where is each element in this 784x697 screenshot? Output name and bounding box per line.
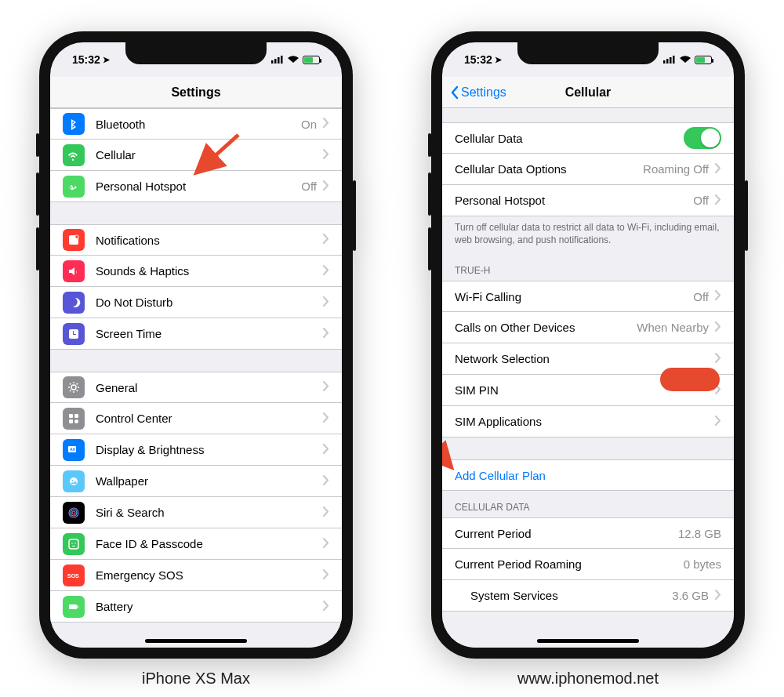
screentime-icon (63, 323, 85, 345)
row-label: Siri & Search (96, 506, 317, 519)
row-label: Battery (96, 600, 317, 613)
row-hotspot[interactable]: Personal HotspotOff (50, 171, 342, 202)
chevron-right-icon (323, 600, 329, 614)
group-header: TRUE-H (442, 254, 734, 281)
row-dataoptions[interactable]: Cellular Data OptionsRoaming Off (442, 154, 734, 185)
page-title: Settings (171, 85, 220, 100)
chevron-right-icon (715, 194, 721, 208)
row-value: Off (301, 180, 317, 193)
home-indicator[interactable] (145, 639, 247, 643)
side-button (745, 180, 748, 251)
chevron-right-icon (323, 506, 329, 520)
svg-point-18 (72, 511, 75, 514)
row-simapps[interactable]: SIM Applications (442, 406, 734, 437)
svg-rect-29 (673, 56, 675, 64)
svg-rect-10 (69, 419, 73, 423)
svg-text:AA: AA (70, 447, 76, 452)
status-time: 15:32 (464, 53, 492, 66)
back-button[interactable]: Settings (450, 77, 506, 107)
row-systemservices[interactable]: System Services3.6 GB (442, 580, 734, 612)
svg-rect-23 (69, 604, 77, 609)
location-icon: ➤ (495, 55, 502, 65)
row-notifications[interactable]: Notifications (50, 224, 342, 256)
row-label: Face ID & Passcode (96, 537, 317, 550)
row-label: Cellular (96, 148, 317, 162)
row-controlcenter[interactable]: Control Center (50, 403, 342, 434)
row-roamingperiod: Current Period Roaming0 bytes (442, 549, 734, 580)
battery-icon (695, 56, 712, 64)
row-simpin[interactable]: SIM PIN (442, 375, 734, 406)
row-label: Network Selection (455, 352, 709, 365)
chevron-right-icon (323, 117, 329, 131)
row-value: On (301, 118, 317, 131)
wallpaper-icon (63, 470, 85, 492)
chevron-right-icon (323, 180, 329, 194)
row-value: 12.8 GB (678, 527, 721, 540)
row-general[interactable]: General (50, 372, 342, 403)
settings-list[interactable]: BluetoothOnCellularPersonal HotspotOffNo… (50, 108, 342, 648)
svg-point-17 (71, 510, 77, 516)
caption-right: www.iphonemod.net (517, 670, 659, 688)
row-network[interactable]: Network Selection (442, 343, 734, 375)
battery-icon (303, 56, 320, 64)
row-display[interactable]: AADisplay & Brightness (50, 434, 342, 466)
row-wificalling[interactable]: Wi-Fi CallingOff (442, 281, 734, 312)
wifi-icon (679, 53, 691, 66)
cellular-list[interactable]: Cellular DataCellular Data OptionsRoamin… (442, 108, 734, 648)
row-label: Add Cellular Plan (455, 469, 721, 482)
row-cellular[interactable]: Cellular (50, 140, 342, 171)
svg-rect-8 (69, 414, 73, 418)
row-label: Wallpaper (96, 474, 317, 488)
sounds-icon (63, 260, 85, 282)
row-siri[interactable]: Siri & Search (50, 497, 342, 528)
location-icon: ➤ (103, 55, 110, 65)
display-icon: AA (63, 439, 85, 461)
chevron-right-icon (323, 537, 329, 551)
row-label: Do Not Disturb (96, 296, 317, 309)
home-indicator[interactable] (537, 639, 639, 643)
row-callsother[interactable]: Calls on Other DevicesWhen Nearby (442, 312, 734, 343)
row-addplan[interactable]: Add Cellular Plan (442, 459, 734, 491)
row-label: Sounds & Haptics (96, 264, 317, 278)
back-label: Settings (461, 85, 506, 100)
chevron-right-icon (323, 233, 329, 247)
chevron-right-icon (323, 443, 329, 457)
row-faceid[interactable]: Face ID & Passcode (50, 528, 342, 560)
svg-rect-27 (666, 59, 669, 64)
chevron-right-icon (323, 296, 329, 310)
chevron-right-icon (715, 321, 721, 335)
row-wallpaper[interactable]: Wallpaper (50, 466, 342, 497)
svg-point-7 (71, 385, 76, 390)
chevron-right-icon (715, 352, 721, 366)
chevron-right-icon (323, 148, 329, 162)
row-value: 3.6 GB (672, 589, 709, 602)
hotspot-icon (63, 176, 85, 198)
siri-icon (63, 502, 85, 524)
row-label: Wi-Fi Calling (455, 290, 693, 303)
svg-point-21 (74, 543, 76, 544)
caption-left: iPhone XS Max (142, 670, 250, 688)
page-title: Cellular (565, 85, 612, 100)
row-screentime[interactable]: Screen Time (50, 318, 342, 350)
status-time: 15:32 (72, 53, 100, 66)
chevron-right-icon (323, 412, 329, 426)
chevron-right-icon (715, 383, 721, 398)
row-bluetooth[interactable]: BluetoothOn (50, 108, 342, 140)
chevron-right-icon (323, 264, 329, 278)
row-sounds[interactable]: Sounds & Haptics (50, 256, 342, 287)
control-center-icon (63, 408, 85, 430)
row-dnd[interactable]: Do Not Disturb (50, 287, 342, 318)
row-battery[interactable]: Battery (50, 591, 342, 623)
toggle-cellulardata[interactable] (684, 127, 721, 149)
row-label: Emergency SOS (96, 568, 317, 582)
row-value: 0 bytes (684, 557, 721, 571)
device-left: 15:32 ➤ Settings (39, 31, 353, 659)
row-cellulardata[interactable]: Cellular Data (442, 122, 734, 154)
svg-rect-9 (74, 414, 78, 418)
svg-rect-26 (663, 60, 666, 64)
row-sos[interactable]: SOSEmergency SOS (50, 560, 342, 591)
row-label: SIM PIN (455, 383, 709, 397)
row-r-hotspot[interactable]: Personal HotspotOff (442, 185, 734, 216)
chevron-right-icon (323, 380, 329, 394)
svg-point-20 (71, 543, 73, 544)
